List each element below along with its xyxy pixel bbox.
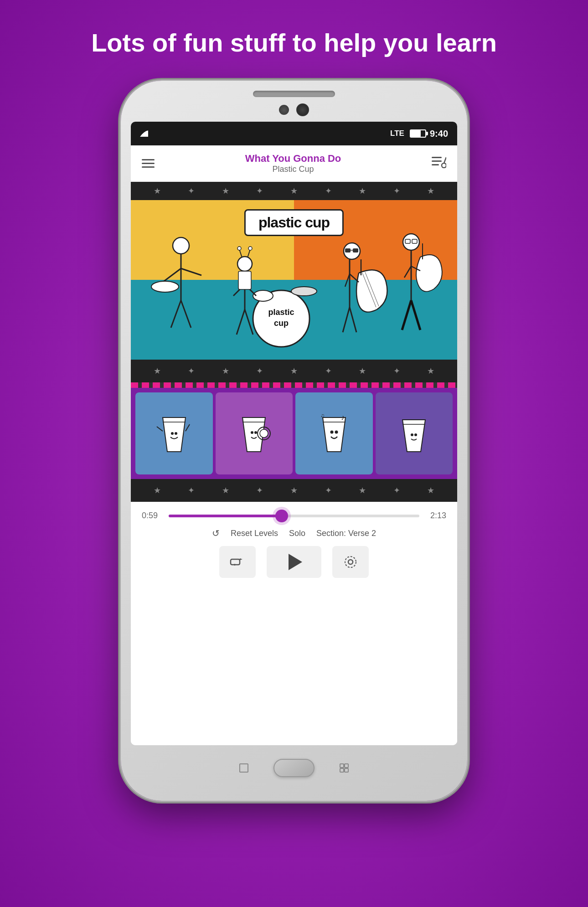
svg-point-59 — [254, 431, 257, 434]
svg-rect-29 — [345, 248, 351, 253]
star-1: ★ — [154, 186, 161, 196]
phone-sensor — [279, 105, 289, 115]
star-b9: ★ — [427, 366, 434, 376]
home-button[interactable] — [273, 759, 315, 777]
svg-line-46 — [404, 266, 411, 278]
band-name-banner: plastic cup — [244, 209, 344, 236]
svg-point-71 — [409, 431, 419, 441]
phone-camera — [296, 103, 309, 116]
stars-bottom-border: ★ ✦ ★ ✦ ★ ✦ ★ ✦ ★ — [131, 360, 457, 382]
page-title: Lots of fun stuff to help you learn — [64, 27, 524, 58]
star-b2: ✦ — [188, 366, 195, 376]
pink-stripe — [131, 382, 457, 388]
svg-line-25 — [237, 309, 245, 335]
star-b3: ★ — [222, 366, 229, 376]
soft-btn-right[interactable] — [337, 763, 351, 773]
lte-label: LTE — [390, 129, 404, 138]
svg-line-38 — [343, 307, 350, 332]
svg-rect-0 — [432, 157, 442, 158]
reset-levels-label[interactable]: Reset Levels — [231, 529, 278, 538]
stars-cups-bottom: ★ ✦ ★ ✦ ★ ✦ ★ ✦ ★ — [131, 479, 457, 502]
star-c4: ✦ — [256, 485, 263, 495]
status-bar: LTE 9:40 — [131, 122, 457, 145]
progress-thumb[interactable] — [275, 510, 288, 522]
svg-point-11 — [151, 281, 179, 292]
soft-btn-left[interactable] — [237, 763, 251, 773]
svg-rect-80 — [340, 768, 344, 772]
svg-point-58 — [251, 431, 253, 434]
current-time: 0:59 — [142, 511, 162, 520]
star-5: ★ — [290, 186, 298, 196]
status-time: 9:40 — [430, 129, 448, 139]
star-b6: ✦ — [325, 366, 332, 376]
menu-button[interactable] — [142, 159, 155, 168]
album-art-section: ★ ✦ ★ ✦ ★ ✦ ★ ✦ ★ — [131, 182, 457, 502]
header-title-block: What You Gonna Do Plastic Cup — [245, 153, 341, 174]
star-c8: ✦ — [393, 485, 400, 495]
svg-point-5 — [173, 237, 189, 254]
phone-bottom-bar — [237, 745, 351, 791]
progress-bar[interactable] — [169, 515, 419, 517]
band-name-text: plastic cup — [258, 214, 330, 231]
svg-line-9 — [171, 300, 181, 328]
phone-camera-row — [279, 103, 309, 116]
total-time: 2:13 — [426, 511, 446, 520]
cup-cell-2 — [216, 392, 293, 474]
star-8: ✦ — [393, 186, 400, 196]
star-c9: ★ — [427, 485, 434, 495]
svg-line-47 — [402, 300, 411, 330]
star-b1: ★ — [154, 366, 161, 376]
svg-point-64 — [329, 428, 340, 439]
star-3: ★ — [222, 186, 229, 196]
cups-section: ♪ ♫ — [131, 388, 457, 479]
star-b7: ★ — [359, 366, 366, 376]
svg-line-54 — [157, 427, 163, 431]
signal-icon — [140, 130, 148, 137]
star-6: ✦ — [325, 186, 332, 196]
star-c5: ★ — [290, 485, 298, 495]
svg-point-17 — [237, 257, 252, 271]
svg-point-72 — [411, 433, 413, 436]
cup-cell-1 — [135, 392, 213, 474]
progress-row: 0:59 2:13 — [142, 511, 446, 520]
battery-fill — [411, 130, 421, 137]
svg-point-66 — [335, 431, 338, 434]
play-triangle-icon — [289, 554, 302, 570]
playlist-icon[interactable] — [432, 155, 446, 171]
band-members: plastic cup — [131, 227, 457, 360]
stars-top-border: ★ ✦ ★ ✦ ★ ✦ ★ ✦ ★ — [131, 182, 457, 200]
playback-buttons-row — [142, 546, 446, 578]
phone-screen: LTE 9:40 What You Gonna Do Plastic Cup — [131, 122, 457, 745]
star-c2: ✦ — [188, 485, 195, 495]
svg-rect-1 — [432, 160, 442, 162]
settings-button[interactable] — [332, 546, 369, 578]
star-7: ★ — [359, 186, 366, 196]
phone-speaker — [253, 91, 335, 97]
playback-area: 0:59 2:13 ↺ Reset Levels Solo Section: V… — [131, 502, 457, 745]
svg-line-48 — [411, 300, 420, 330]
repeat-button[interactable] — [219, 546, 256, 578]
svg-rect-81 — [345, 768, 348, 772]
svg-point-16 — [291, 287, 317, 296]
app-header: What You Gonna Do Plastic Cup — [131, 145, 457, 182]
svg-point-3 — [442, 163, 446, 168]
svg-point-73 — [414, 433, 417, 436]
svg-point-51 — [171, 432, 174, 435]
svg-line-26 — [245, 309, 253, 335]
cup-cell-3: ♪ ♫ — [295, 392, 373, 474]
svg-point-77 — [345, 557, 356, 567]
solo-label[interactable]: Solo — [289, 529, 305, 538]
reset-icon: ↺ — [212, 528, 220, 539]
section-label[interactable]: Section: Verse 2 — [316, 529, 376, 538]
cup-cell-4 — [376, 392, 453, 474]
play-button[interactable] — [267, 546, 321, 578]
battery-icon — [410, 129, 426, 138]
artist-name: Plastic Cup — [245, 165, 341, 174]
star-b8: ✦ — [393, 366, 400, 376]
star-c6: ✦ — [325, 485, 332, 495]
svg-rect-79 — [345, 764, 348, 768]
star-c1: ★ — [154, 485, 161, 495]
svg-text:plastic: plastic — [268, 308, 294, 317]
star-c7: ★ — [359, 485, 366, 495]
svg-point-50 — [169, 429, 180, 440]
